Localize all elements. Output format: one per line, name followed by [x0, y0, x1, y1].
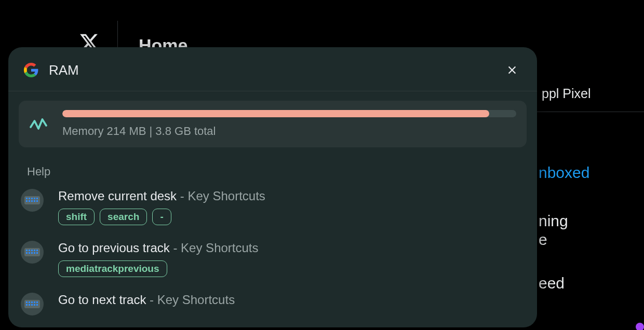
results-list: Remove current desk - Key Shortcuts shif…	[19, 189, 527, 315]
svg-rect-8	[31, 200, 33, 202]
svg-rect-14	[31, 250, 33, 251]
svg-rect-29	[29, 304, 30, 306]
memory-bar-fill	[62, 110, 489, 117]
svg-rect-23	[26, 301, 28, 303]
section-label-help: Help	[27, 165, 537, 178]
svg-rect-6	[26, 200, 28, 202]
svg-rect-17	[26, 252, 28, 254]
result-subtitle: - Key Shortcuts	[146, 293, 235, 307]
headline-text-1a: ning	[539, 211, 568, 231]
keyboard-icon	[21, 293, 44, 315]
headline-text-1b: e	[539, 229, 547, 250]
result-title: Go to next track	[58, 293, 146, 307]
svg-rect-30	[31, 304, 33, 306]
svg-rect-3	[31, 198, 33, 199]
svg-rect-18	[29, 252, 30, 254]
tab-underline	[535, 112, 644, 112]
result-subtitle: - Key Shortcuts	[170, 241, 259, 255]
svg-rect-21	[36, 252, 38, 254]
svg-rect-24	[29, 301, 30, 303]
result-next-track[interactable]: Go to next track - Key Shortcuts	[19, 293, 527, 315]
google-icon	[24, 63, 38, 77]
launcher-popover: Memory 214 MB | 3.8 GB total Help Remove…	[8, 47, 537, 327]
svg-rect-9	[34, 200, 35, 202]
svg-rect-20	[34, 252, 35, 254]
key-row: shift search -	[58, 209, 525, 225]
search-row	[8, 47, 537, 91]
key-row: mediatrackprevious	[58, 260, 525, 277]
headline-link[interactable]: nboxed	[539, 164, 589, 182]
memory-bar	[62, 110, 516, 117]
tab-people-pixel[interactable]: ppl Pixel	[542, 86, 591, 101]
keyboard-icon	[21, 241, 44, 264]
svg-rect-13	[29, 250, 30, 251]
svg-rect-2	[29, 198, 30, 199]
search-input[interactable]	[49, 62, 492, 78]
svg-rect-15	[34, 250, 35, 251]
keyboard-icon	[21, 189, 44, 212]
memory-answer-body: Memory 214 MB | 3.8 GB total	[62, 110, 516, 138]
key-pill: shift	[58, 209, 95, 225]
result-title: Go to previous track	[58, 241, 170, 255]
svg-rect-10	[36, 200, 38, 202]
memory-label: Memory 214 MB | 3.8 GB total	[62, 125, 516, 138]
status-dot	[636, 323, 644, 330]
svg-rect-5	[36, 198, 38, 199]
svg-rect-12	[26, 250, 28, 251]
svg-rect-31	[34, 304, 35, 306]
key-pill: -	[152, 209, 171, 225]
result-prev-track[interactable]: Go to previous track - Key Shortcuts med…	[19, 241, 527, 277]
svg-rect-27	[36, 301, 38, 303]
key-pill: mediatrackprevious	[58, 260, 167, 277]
close-button[interactable]	[503, 61, 521, 79]
svg-rect-28	[26, 304, 28, 306]
result-title: Remove current desk	[58, 189, 177, 203]
key-pill: search	[100, 209, 147, 225]
svg-rect-16	[36, 250, 38, 251]
memory-answer-card[interactable]: Memory 214 MB | 3.8 GB total	[19, 101, 527, 147]
result-remove-desk[interactable]: Remove current desk - Key Shortcuts shif…	[19, 189, 527, 225]
svg-rect-25	[31, 301, 33, 303]
headline-text-2: eed	[539, 273, 565, 293]
svg-rect-4	[34, 198, 35, 199]
svg-rect-32	[36, 304, 38, 306]
svg-rect-19	[31, 252, 33, 254]
svg-rect-1	[26, 198, 28, 199]
diagnostics-icon	[29, 115, 48, 133]
result-subtitle: - Key Shortcuts	[177, 189, 265, 203]
svg-rect-26	[34, 301, 35, 303]
svg-rect-7	[29, 200, 30, 202]
